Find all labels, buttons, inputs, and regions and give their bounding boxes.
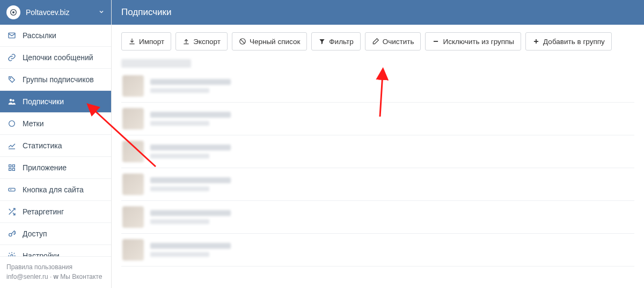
sidebar-item-label: Настройки — [23, 251, 60, 256]
key-icon — [8, 229, 16, 238]
button-label: Исключить из группы — [443, 38, 514, 46]
subscriber-list — [121, 70, 634, 267]
blurred-subtitle — [150, 252, 209, 257]
sidebar-item-label: Статистика — [23, 141, 62, 150]
sidebar-item-chains[interactable]: Цепочки сообщений — [0, 47, 111, 69]
export-button[interactable]: Экспорт — [175, 32, 228, 51]
list-item[interactable] — [121, 201, 634, 234]
list-item[interactable] — [121, 103, 634, 135]
list-item[interactable] — [121, 168, 634, 201]
blurred-subtitle — [150, 121, 209, 126]
list-item[interactable] — [121, 70, 634, 103]
avatar — [122, 141, 144, 162]
blurred-name — [150, 145, 231, 150]
sidebar-item-label: Группы подписчиков — [23, 75, 94, 84]
avatar — [122, 206, 144, 228]
list-item-text — [150, 79, 231, 93]
exclude-group-button[interactable]: Исключить из группы — [425, 32, 521, 51]
download-icon — [128, 38, 136, 45]
blurred-name — [150, 177, 231, 183]
brand-avatar — [6, 5, 20, 19]
svg-rect-9 — [9, 168, 11, 170]
blurred-name — [150, 112, 231, 118]
svg-rect-10 — [12, 168, 14, 170]
sidebar-item-settings[interactable]: Настройки — [0, 245, 111, 256]
mail-icon — [8, 31, 16, 40]
footer-rules-link[interactable]: Правила пользования — [6, 263, 72, 271]
grid-icon — [8, 163, 16, 172]
sidebar-item-label: Приложение — [23, 163, 67, 172]
avatar — [122, 75, 144, 97]
footer-email: info@senler.ru — [6, 273, 48, 280]
add-group-button[interactable]: Добавить в группу — [525, 32, 612, 51]
filter-icon — [318, 38, 326, 45]
sidebar-item-app[interactable]: Приложение — [0, 157, 111, 179]
sidebar-item-retargeting[interactable]: Ретаргетинг — [0, 201, 111, 223]
svg-point-6 — [9, 121, 15, 127]
button-label: Импорт — [139, 38, 164, 46]
circle-icon — [8, 119, 16, 128]
sidebar-item-label: Подписчики — [23, 97, 64, 106]
sidebar-item-tags[interactable]: Метки — [0, 113, 111, 135]
nav: Рассылки Цепочки сообщений Группы подпис… — [0, 25, 111, 256]
sidebar: Poltavcev.biz Рассылки Цепочки сообщений… — [0, 0, 112, 288]
brand-name: Poltavcev.biz — [26, 8, 93, 17]
filter-button[interactable]: Фильтр — [311, 32, 360, 51]
button-label: Экспорт — [193, 38, 221, 46]
button-label: Фильтр — [329, 38, 353, 46]
blacklist-button[interactable]: Черный список — [232, 32, 307, 51]
main: Подписчики Импорт Экспорт Черный список — [112, 0, 644, 288]
sidebar-item-label: Метки — [23, 119, 44, 128]
vk-icon: w — [54, 273, 58, 280]
chart-icon — [8, 141, 16, 150]
ban-icon — [239, 38, 246, 45]
list-item-text — [150, 145, 231, 159]
blurred-name — [150, 243, 231, 249]
sidebar-item-label: Рассылки — [23, 31, 56, 40]
page-title: Подписчики — [121, 7, 172, 18]
blurred-subtitle — [150, 219, 209, 224]
section-heading-blurred — [121, 59, 191, 68]
avatar — [122, 108, 144, 129]
sidebar-item-stats[interactable]: Статистика — [0, 135, 111, 157]
blurred-subtitle — [150, 186, 209, 191]
import-button[interactable]: Импорт — [121, 32, 171, 51]
plus-icon — [532, 38, 540, 45]
blurred-subtitle — [150, 88, 209, 93]
link-icon — [8, 53, 16, 62]
sidebar-item-access[interactable]: Доступ — [0, 223, 111, 245]
avatar — [122, 239, 144, 261]
button-label: Добавить в группу — [543, 38, 605, 46]
footer-vk-link[interactable]: Мы Вконтакте — [60, 273, 102, 280]
svg-point-4 — [10, 99, 12, 101]
svg-point-5 — [12, 99, 14, 101]
button-icon — [8, 185, 16, 194]
sidebar-footer: Правила пользования info@senler.ru · w М… — [0, 256, 111, 288]
svg-rect-11 — [9, 188, 15, 191]
list-item[interactable] — [121, 135, 634, 168]
sidebar-item-mailings[interactable]: Рассылки — [0, 25, 111, 47]
sidebar-item-label: Кнопка для сайта — [23, 185, 84, 194]
list-item-text — [150, 243, 231, 257]
clear-button[interactable]: Очистить — [365, 32, 421, 51]
svg-point-12 — [9, 233, 12, 236]
button-label: Очистить — [383, 38, 414, 46]
tags-icon — [8, 75, 16, 84]
blurred-name — [150, 79, 231, 85]
sidebar-item-subscribers[interactable]: Подписчики — [0, 91, 111, 113]
upload-icon — [182, 38, 190, 45]
chevron-down-icon — [98, 8, 105, 17]
list-item-text — [150, 210, 231, 224]
content: Импорт Экспорт Черный список Фильтр Очис… — [112, 25, 644, 288]
sidebar-item-site-button[interactable]: Кнопка для сайта — [0, 179, 111, 201]
blurred-name — [150, 210, 231, 216]
brand-switcher[interactable]: Poltavcev.biz — [0, 0, 111, 25]
toolbar: Импорт Экспорт Черный список Фильтр Очис… — [121, 32, 634, 51]
svg-rect-8 — [12, 165, 14, 167]
svg-point-1 — [12, 11, 14, 13]
list-item-text — [150, 112, 231, 126]
sidebar-item-groups[interactable]: Группы подписчиков — [0, 69, 111, 91]
list-item[interactable] — [121, 234, 634, 267]
avatar — [122, 174, 144, 195]
svg-rect-7 — [9, 165, 11, 167]
